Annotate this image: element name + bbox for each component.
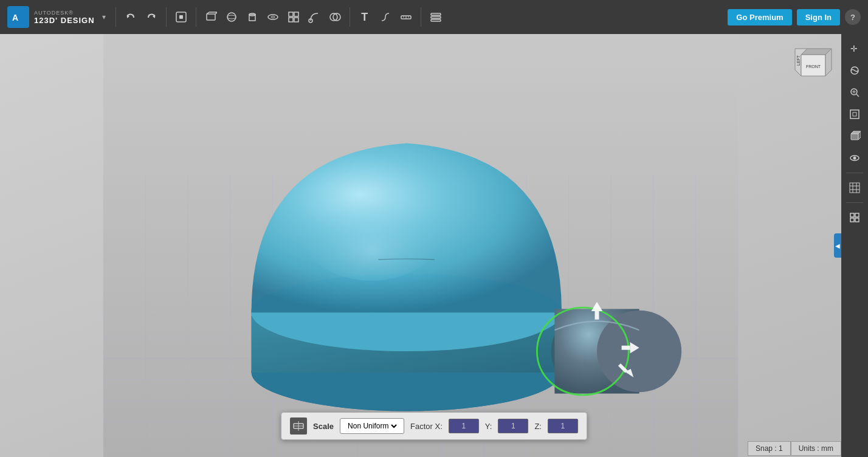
status-bar: Snap : 1 Units : mm [748,440,841,457]
logo-text: AUTODESK® 123D' DESIGN [34,10,95,25]
factor-x-label: Factor X: [410,422,443,431]
svg-point-60 [301,182,442,281]
svg-rect-98 [855,218,859,222]
redo-button[interactable] [142,7,161,27]
units-status[interactable]: Units : mm [791,441,841,456]
construct-tools-group: T [353,7,418,27]
svg-rect-66 [595,311,599,320]
divider-2 [166,7,167,27]
logo-product-label: 123D' DESIGN [34,16,95,25]
scale-mode-dropdown[interactable]: Uniform Non Uniform [340,418,404,434]
fit-view-button[interactable] [845,105,864,124]
cylinder-tool-button[interactable] [243,7,262,27]
svg-point-89 [853,157,856,160]
svg-rect-97 [850,218,854,222]
cube-nav-svg: LEFT FRONT [789,43,838,91]
divider-5 [421,7,421,27]
grid-button[interactable] [845,178,864,198]
eye-button[interactable] [845,148,864,168]
solid-view-button[interactable] [845,126,864,146]
svg-rect-95 [850,213,854,217]
divider-3 [196,7,196,27]
torus-tool-button[interactable] [263,7,283,27]
svg-line-80 [856,94,859,97]
logo-dropdown-arrow[interactable]: ▾ [102,13,106,21]
layers-tool-group [424,7,448,27]
svg-rect-16 [289,12,293,16]
svg-text:LEFT: LEFT [796,55,801,66]
right-buttons-group: Go Premium Sign In ? [728,9,868,26]
cube-navigator[interactable]: LEFT FRONT [789,43,838,91]
svg-rect-5 [179,15,183,19]
svg-point-15 [271,16,275,18]
svg-rect-68 [622,346,630,350]
factor-y-label: Y: [485,422,492,431]
fillet-tool-button[interactable] [376,7,395,27]
zoom-button[interactable] [845,83,864,102]
group-tool-button[interactable] [284,7,303,27]
svg-rect-94 [850,183,859,193]
right-divider [846,173,863,173]
scale-panel: Scale Uniform Non Uniform Factor X: Y: Z… [281,412,587,440]
right-panel-tab[interactable]: ◀ [834,233,841,258]
svg-text:✛: ✛ [850,44,858,53]
logo-icon: A [7,6,29,28]
factor-x-input[interactable] [449,419,479,433]
divider-4 [350,7,350,27]
svg-text:A: A [12,13,18,22]
svg-point-14 [268,15,278,19]
svg-text:FRONT: FRONT [806,64,821,69]
sketch-tools-group [199,7,347,27]
3d-viewport[interactable] [0,34,841,457]
logo-area: A AUTODESK® 123D' DESIGN ▾ [0,6,113,28]
right-divider-2 [846,202,863,203]
text-tool-button[interactable]: T [355,7,374,27]
undo-button[interactable] [121,7,140,27]
svg-rect-17 [294,12,298,16]
factor-y-input[interactable] [498,419,528,433]
svg-point-10 [227,13,236,21]
svg-rect-84 [853,112,856,116]
sign-in-button[interactable]: Sign In [797,9,840,26]
right-panel: ◀ ✛ [841,34,868,457]
svg-rect-19 [294,18,298,22]
snap-button[interactable] [845,208,864,227]
svg-rect-85 [851,134,858,140]
sweep-tool-button[interactable] [305,7,324,27]
go-premium-button[interactable]: Go Premium [728,9,791,26]
snap-status[interactable]: Snap : 1 [748,441,791,456]
svg-rect-96 [855,213,859,217]
box-tool-button[interactable] [201,7,221,27]
svg-rect-83 [850,110,859,119]
scale-mode-select[interactable]: Uniform Non Uniform [345,421,399,431]
undo-redo-group [119,7,164,27]
transform-tools-group [169,7,193,27]
svg-point-11 [227,15,236,19]
help-button[interactable]: ? [845,9,861,25]
select-tool-button[interactable] [171,7,191,27]
layers-button[interactable] [426,7,446,27]
svg-rect-6 [207,14,215,20]
factor-z-label: Z: [534,422,542,431]
svg-rect-28 [431,16,441,18]
ruler-tool-button[interactable] [396,7,416,27]
factor-z-input[interactable] [548,419,578,433]
3d-scene [0,34,841,457]
svg-rect-29 [431,19,441,21]
svg-rect-27 [431,13,441,15]
main-toolbar: A AUTODESK® 123D' DESIGN ▾ [0,0,868,34]
boolean-tool-button[interactable] [325,7,345,27]
orbit-button[interactable] [845,61,864,80]
divider-1 [115,7,116,27]
scale-icon [290,417,307,435]
pan-button[interactable]: ✛ [845,39,864,58]
sphere-tool-button[interactable] [222,7,241,27]
logo-autodesk-label: AUTODESK® [34,10,95,16]
scale-label: Scale [313,422,334,431]
svg-rect-18 [289,18,293,22]
